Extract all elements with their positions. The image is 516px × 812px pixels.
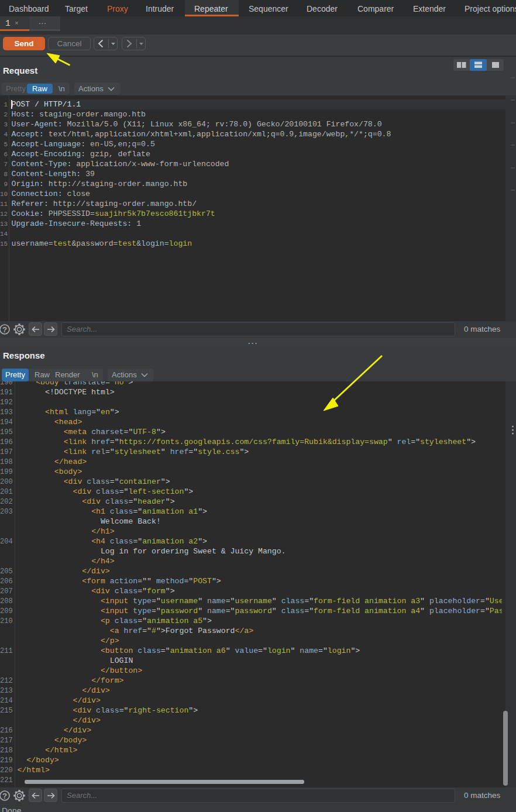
svg-text:?: ? [2, 792, 7, 800]
svg-text:?: ? [2, 325, 7, 334]
